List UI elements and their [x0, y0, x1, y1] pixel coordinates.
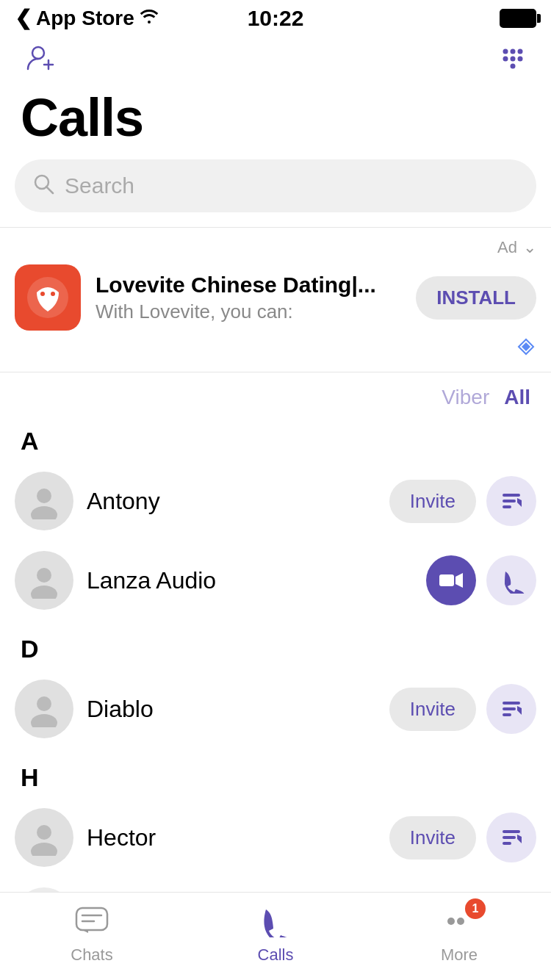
ad-chevron-icon[interactable]: ⌄	[523, 238, 536, 257]
svg-point-7	[511, 57, 516, 62]
more-icon-wrap: 1	[437, 901, 481, 941]
contact-row: Lanza Audio	[0, 541, 551, 620]
search-container: Search	[0, 159, 551, 227]
viber-call-button[interactable]	[486, 813, 536, 862]
svg-point-13	[40, 292, 45, 296]
section-letter-d: D	[0, 620, 551, 669]
contact-row: Hector Invite	[0, 798, 551, 877]
svg-point-26	[37, 696, 51, 711]
nav-item-calls[interactable]: Calls	[220, 901, 331, 965]
search-bar[interactable]: Search	[15, 159, 536, 212]
svg-point-3	[503, 49, 508, 54]
ad-info: Lovevite Chinese Dating|... With Lovevit…	[96, 273, 401, 323]
invite-button[interactable]: Invite	[389, 480, 476, 523]
svg-point-14	[51, 292, 55, 296]
ad-label: Ad	[497, 238, 517, 257]
avatar	[15, 551, 73, 610]
svg-point-8	[518, 57, 523, 62]
calls-icon-wrap	[253, 901, 298, 941]
svg-point-43	[457, 918, 464, 925]
svg-rect-24	[439, 574, 454, 586]
more-badge: 1	[465, 898, 486, 919]
ad-subtitle: With Lovevite, you can:	[96, 300, 401, 323]
viber-call-button[interactable]	[486, 684, 536, 734]
status-left: ❮ App Store	[15, 6, 159, 30]
search-placeholder: Search	[65, 173, 134, 198]
contact-actions: Invite	[389, 476, 536, 526]
back-arrow-icon[interactable]: ❮	[15, 6, 32, 30]
contact-actions: Invite	[389, 813, 536, 862]
nav-item-more[interactable]: 1 More	[404, 901, 514, 965]
contact-row: Diablo Invite	[0, 669, 551, 749]
grid-menu-button[interactable]	[492, 40, 530, 78]
svg-marker-16	[522, 342, 530, 351]
ad-privacy-row	[15, 336, 536, 361]
svg-point-6	[503, 57, 508, 62]
chats-nav-label: Chats	[71, 945, 112, 965]
search-icon	[32, 173, 56, 199]
svg-point-18	[31, 506, 57, 519]
svg-rect-21	[503, 505, 511, 508]
svg-rect-28	[503, 702, 520, 705]
svg-point-4	[511, 49, 516, 54]
svg-point-27	[31, 714, 57, 727]
svg-point-0	[32, 47, 44, 59]
contact-actions: Invite	[389, 684, 536, 734]
more-nav-label: More	[441, 945, 478, 965]
svg-rect-35	[503, 842, 511, 845]
svg-point-9	[511, 64, 516, 69]
contact-row: Antony Invite	[0, 461, 551, 541]
ad-section: Ad ⌄ Lovevite Chinese Dating|... With Lo…	[0, 228, 551, 372]
calls-nav-label: Calls	[258, 945, 294, 965]
svg-point-32	[31, 843, 57, 856]
status-right	[500, 9, 536, 28]
svg-marker-41	[82, 930, 88, 933]
viber-call-button[interactable]	[486, 476, 536, 526]
svg-rect-34	[503, 836, 516, 839]
ad-app-icon	[15, 264, 81, 331]
svg-rect-30	[503, 713, 511, 716]
contact-actions	[426, 555, 536, 605]
svg-rect-19	[503, 494, 520, 497]
top-nav	[0, 33, 551, 84]
svg-point-22	[37, 568, 51, 583]
contact-name: Hector	[87, 824, 376, 851]
svg-point-5	[518, 49, 523, 54]
filter-all[interactable]: All	[504, 386, 530, 409]
ad-label-row: Ad ⌄	[15, 238, 536, 257]
app-store-label: App Store	[36, 7, 134, 30]
main-content: Calls Search Ad ⌄	[0, 84, 551, 980]
status-bar: ❮ App Store 10:22	[0, 0, 551, 33]
invite-button[interactable]: Invite	[389, 816, 476, 860]
ad-title: Lovevite Chinese Dating|...	[96, 273, 401, 298]
ad-content: Lovevite Chinese Dating|... With Lovevit…	[15, 264, 536, 331]
filter-row: Viber All	[0, 372, 551, 412]
svg-rect-33	[503, 830, 520, 833]
status-time: 10:22	[248, 6, 304, 31]
avatar	[15, 472, 73, 530]
svg-marker-25	[455, 573, 463, 588]
contact-name: Diablo	[87, 696, 376, 723]
svg-rect-20	[503, 500, 516, 502]
svg-line-11	[46, 187, 53, 193]
svg-point-23	[31, 586, 57, 599]
avatar	[15, 808, 73, 867]
section-letter-h: H	[0, 749, 551, 798]
video-call-button[interactable]	[426, 555, 476, 605]
bottom-nav: Chats Calls 1 More	[0, 892, 551, 980]
wifi-icon	[139, 7, 159, 29]
add-contact-icon	[24, 41, 56, 76]
grid-menu-icon	[495, 41, 527, 76]
svg-point-42	[447, 918, 455, 925]
install-button[interactable]: INSTALL	[416, 276, 536, 320]
contact-name: Antony	[87, 488, 376, 515]
invite-button[interactable]: Invite	[389, 688, 476, 731]
section-letter-a: A	[0, 412, 551, 461]
add-contact-button[interactable]	[21, 40, 59, 78]
svg-rect-29	[503, 707, 516, 710]
phone-call-button[interactable]	[486, 555, 536, 605]
svg-rect-38	[76, 908, 107, 930]
filter-viber[interactable]: Viber	[442, 386, 489, 409]
nav-item-chats[interactable]: Chats	[37, 901, 147, 965]
ad-privacy-icon	[516, 336, 536, 361]
